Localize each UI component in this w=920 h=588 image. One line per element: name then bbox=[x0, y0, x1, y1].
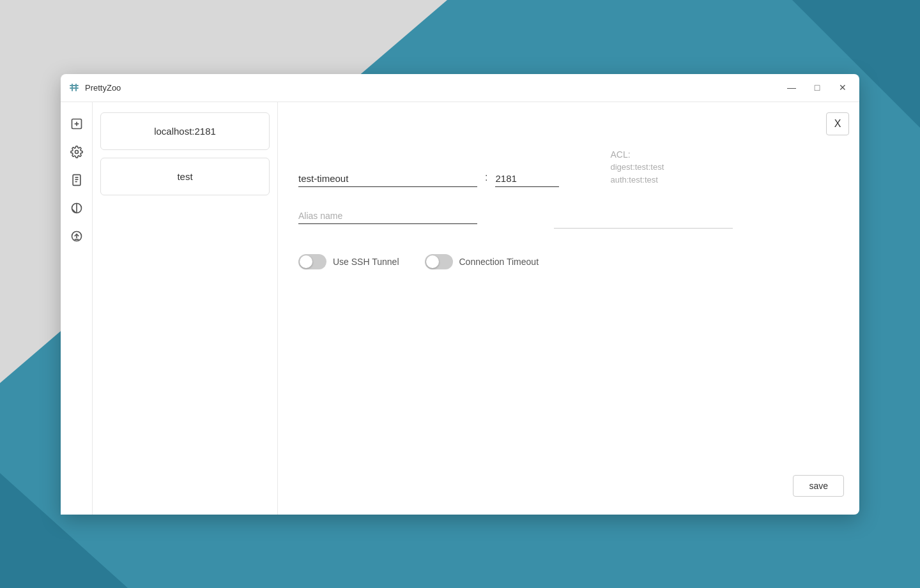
port-input[interactable] bbox=[495, 170, 559, 187]
acl-input-field bbox=[554, 207, 733, 229]
main-window: PrettyZoo — □ ✕ bbox=[61, 74, 859, 515]
svg-rect-3 bbox=[75, 84, 77, 91]
connection-card-localhost[interactable]: localhost:2181 bbox=[100, 112, 270, 150]
ssh-tunnel-toggle[interactable] bbox=[298, 254, 326, 269]
maximize-button[interactable]: □ bbox=[808, 79, 826, 96]
acl-line1: digest:test:test bbox=[610, 161, 664, 174]
alias-field bbox=[298, 207, 477, 224]
logs-button[interactable] bbox=[65, 169, 88, 192]
svg-rect-0 bbox=[70, 85, 79, 86]
title-bar: PrettyZoo — □ ✕ bbox=[61, 74, 859, 102]
acl-input[interactable] bbox=[554, 213, 733, 229]
connection-timeout-label: Connection Timeout bbox=[459, 257, 539, 267]
update-button[interactable] bbox=[65, 225, 88, 248]
theme-button[interactable] bbox=[65, 197, 88, 220]
window-body: localhost:2181 test X : bbox=[61, 102, 859, 515]
connection-list: localhost:2181 test bbox=[93, 102, 278, 515]
settings-button[interactable] bbox=[65, 140, 88, 163]
toggles-row: Use SSH Tunnel Connection Timeout bbox=[298, 254, 839, 269]
main-content: X : ACL: digest:test:test auth:test:test bbox=[278, 102, 859, 515]
acl-label: ACL: bbox=[610, 149, 664, 160]
host-port-row: : ACL: digest:test:test auth:test:test bbox=[298, 149, 839, 188]
connection-form: : ACL: digest:test:test auth:test:test bbox=[298, 149, 839, 270]
ssh-tunnel-group: Use SSH Tunnel bbox=[298, 254, 399, 269]
port-field bbox=[495, 170, 559, 187]
svg-point-7 bbox=[75, 150, 78, 153]
add-connection-button[interactable] bbox=[65, 112, 88, 135]
svg-rect-1 bbox=[70, 87, 79, 89]
app-title: PrettyZoo bbox=[85, 83, 783, 93]
svg-rect-2 bbox=[72, 84, 73, 91]
ssh-tunnel-label: Use SSH Tunnel bbox=[333, 257, 399, 267]
minimize-button[interactable]: — bbox=[783, 79, 801, 96]
window-controls: — □ ✕ bbox=[783, 79, 852, 96]
close-button[interactable]: ✕ bbox=[834, 79, 852, 96]
acl-line2: auth:test:test bbox=[610, 174, 664, 187]
save-button[interactable]: save bbox=[793, 475, 844, 497]
app-logo bbox=[68, 82, 80, 93]
connection-card-test[interactable]: test bbox=[100, 158, 270, 195]
form-close-button[interactable]: X bbox=[826, 112, 849, 135]
alias-acl-row bbox=[298, 207, 839, 229]
alias-input[interactable] bbox=[298, 207, 477, 224]
acl-section: ACL: digest:test:test auth:test:test bbox=[610, 149, 664, 188]
host-input[interactable] bbox=[298, 170, 477, 187]
sidebar-icons bbox=[61, 102, 93, 515]
port-separator: : bbox=[477, 172, 495, 187]
host-field bbox=[298, 170, 477, 187]
connection-timeout-toggle[interactable] bbox=[425, 254, 453, 269]
connection-timeout-group: Connection Timeout bbox=[425, 254, 539, 269]
